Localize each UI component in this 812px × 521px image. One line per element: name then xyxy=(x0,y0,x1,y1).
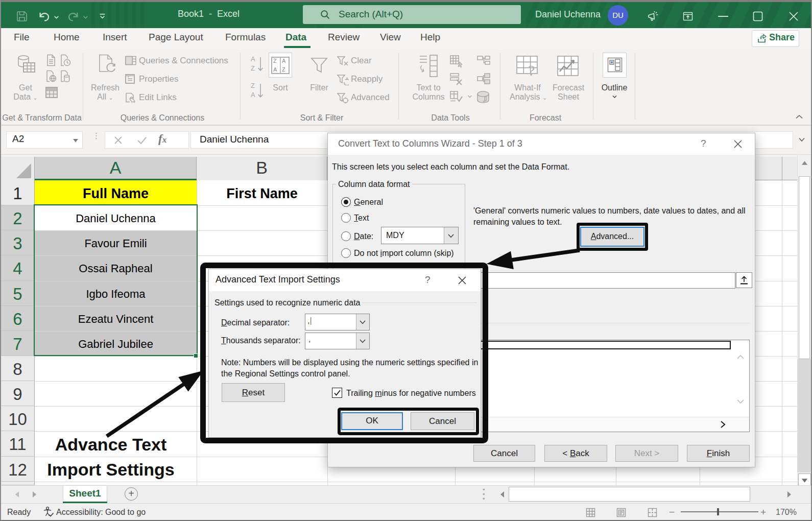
svg-text:Z: Z xyxy=(273,58,277,64)
svg-text:Z: Z xyxy=(251,64,255,72)
svg-text:Z: Z xyxy=(282,66,285,73)
svg-text:A: A xyxy=(282,58,286,64)
svg-text:Z: Z xyxy=(251,82,255,89)
svg-text:A: A xyxy=(251,91,255,99)
svg-text:A: A xyxy=(251,55,255,63)
svg-text:?: ? xyxy=(528,62,535,78)
svg-text:A: A xyxy=(273,66,277,73)
